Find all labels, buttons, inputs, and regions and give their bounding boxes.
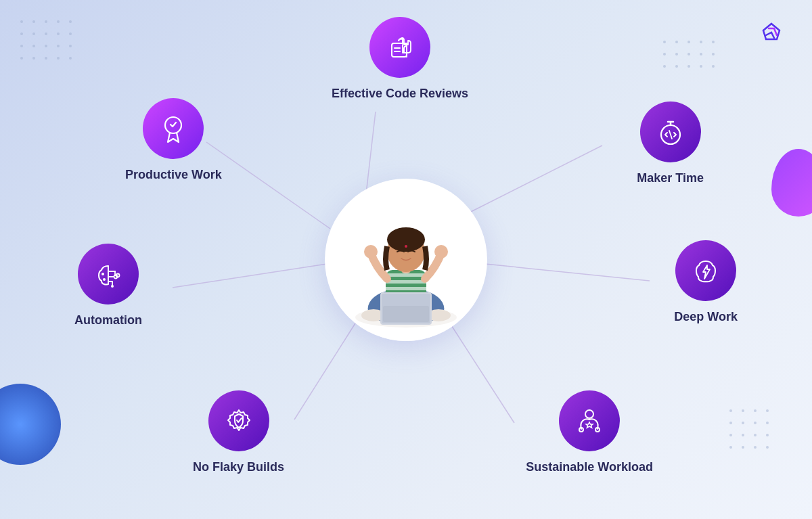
feature-no-flaky-builds: No Flaky Builds xyxy=(193,390,284,475)
svg-point-45 xyxy=(585,410,593,418)
svg-rect-14 xyxy=(386,273,426,277)
feature-deep-work: Deep Work xyxy=(674,240,738,325)
svg-point-39 xyxy=(114,275,117,279)
sustainable-workload-icon-circle xyxy=(559,390,620,451)
svg-point-22 xyxy=(434,245,448,258)
svg-point-21 xyxy=(364,245,378,258)
svg-line-4 xyxy=(485,264,650,281)
brain-lightning-icon xyxy=(691,256,721,286)
svg-rect-20 xyxy=(383,306,429,322)
no-flaky-builds-label: No Flaky Builds xyxy=(193,459,284,475)
svg-line-3 xyxy=(173,264,327,288)
brand-logo xyxy=(758,20,785,47)
code-reviews-icon-circle xyxy=(369,17,430,78)
shield-gear-icon xyxy=(224,406,254,436)
decorative-blob-purple xyxy=(771,149,812,217)
svg-line-0 xyxy=(206,142,330,229)
productive-work-icon-circle xyxy=(143,98,204,159)
svg-rect-16 xyxy=(386,287,426,290)
decorative-dots-br xyxy=(729,409,771,451)
code-reviews-label: Effective Code Reviews xyxy=(332,86,468,101)
center-person-circle xyxy=(325,179,487,341)
svg-point-25 xyxy=(387,227,425,252)
person-care-icon xyxy=(574,406,604,436)
decorative-dots-tr xyxy=(663,41,717,70)
no-flaky-builds-icon-circle xyxy=(208,390,269,451)
brain-circuit-icon xyxy=(93,259,123,289)
sustainable-workload-label: Sustainable Workload xyxy=(526,459,653,475)
svg-point-43 xyxy=(102,273,104,275)
svg-point-46 xyxy=(579,428,583,432)
svg-point-42 xyxy=(111,285,114,288)
maker-time-icon-circle xyxy=(640,101,701,162)
svg-point-44 xyxy=(103,278,106,281)
feature-maker-time: Maker Time xyxy=(637,101,704,186)
feature-productive-work: Productive Work xyxy=(125,98,222,183)
maker-time-label: Maker Time xyxy=(637,171,704,186)
decorative-blob-blue xyxy=(0,384,61,465)
productive-work-label: Productive Work xyxy=(125,167,222,183)
award-icon xyxy=(158,114,188,143)
feature-automation: Automation xyxy=(74,244,142,328)
svg-point-26 xyxy=(405,245,407,248)
automation-label: Automation xyxy=(74,313,142,328)
feature-sustainable-workload: Sustainable Workload xyxy=(526,390,653,475)
thumbs-up-icon xyxy=(385,32,415,62)
automation-icon-circle xyxy=(78,244,139,304)
svg-line-6 xyxy=(447,318,514,423)
svg-rect-15 xyxy=(386,280,426,284)
timer-icon xyxy=(656,117,685,147)
deep-work-label: Deep Work xyxy=(674,309,738,325)
feature-code-reviews: Effective Code Reviews xyxy=(332,17,468,101)
svg-line-5 xyxy=(294,318,359,420)
svg-line-34 xyxy=(669,131,672,139)
deep-work-icon-circle xyxy=(675,240,736,301)
decorative-dots-tl xyxy=(20,20,74,62)
main-container: Productive Work Effective Code Reviews xyxy=(0,0,812,519)
